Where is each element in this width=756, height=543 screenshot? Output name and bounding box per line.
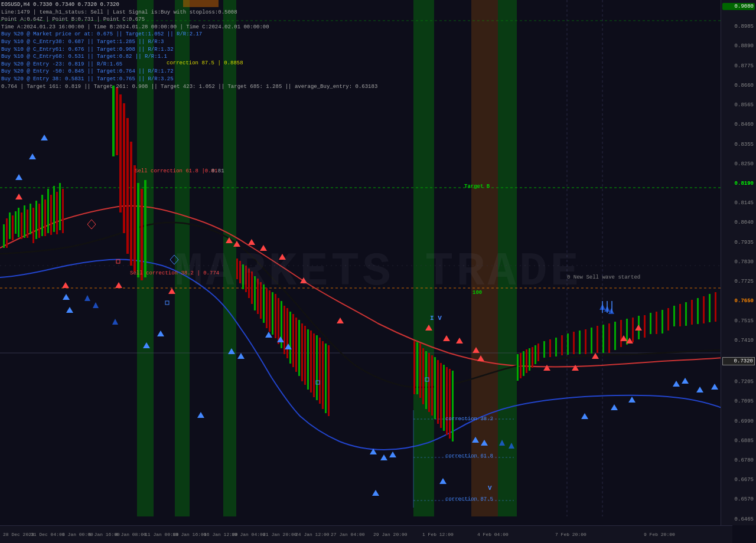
price-7830: 0.7830 bbox=[722, 259, 755, 265]
small-blue-markers bbox=[84, 295, 614, 449]
price-7935: 0.7935 bbox=[722, 240, 755, 246]
svg-marker-118 bbox=[29, 153, 36, 159]
svg-rect-40 bbox=[263, 284, 265, 323]
time-label-0: 28 Dec 2023 bbox=[3, 532, 34, 537]
price-6885: 0.6885 bbox=[722, 438, 755, 444]
price-8565: 0.8565 bbox=[722, 102, 755, 108]
time-label-1: 31 Dec 04:00 bbox=[31, 532, 65, 537]
buy-c68-line: Buy %10 @ C_Entry68: 0.531 || Target:0.8… bbox=[1, 53, 377, 61]
svg-rect-35 bbox=[248, 269, 250, 298]
svg-rect-97 bbox=[614, 322, 616, 350]
svg-rect-21 bbox=[112, 86, 115, 156]
price-6990: 0.6990 bbox=[722, 418, 755, 424]
svg-rect-42 bbox=[269, 290, 271, 332]
svg-rect-47 bbox=[284, 306, 285, 354]
svg-rect-11 bbox=[35, 201, 37, 239]
svg-rect-78 bbox=[520, 353, 522, 378]
signal-line: Line:1479 | tema_h1_status: Sell | Last … bbox=[1, 9, 377, 17]
svg-rect-31 bbox=[236, 259, 238, 279]
svg-rect-13 bbox=[41, 195, 43, 236]
svg-rect-82 bbox=[532, 347, 533, 368]
svg-marker-165 bbox=[635, 325, 642, 331]
svg-rect-18 bbox=[56, 192, 58, 234]
price-8660: 0.8660 bbox=[722, 83, 755, 89]
svg-rect-61 bbox=[325, 344, 327, 413]
svg-rect-38 bbox=[257, 279, 259, 314]
label-corr875: correction 87.5 bbox=[445, 496, 493, 502]
time-axis: 28 Dec 2023 31 Dec 04:00 3 Jan 00:00 5 J… bbox=[0, 525, 732, 543]
svg-rect-75 bbox=[449, 369, 451, 439]
svg-rect-26 bbox=[130, 142, 132, 266]
svg-rect-33 bbox=[242, 264, 244, 289]
info-panel: EOSUSD,H4 0.7330 0.7340 0.7320 0.7320 Li… bbox=[1, 1, 377, 90]
candles-left bbox=[3, 183, 64, 248]
time-label-15: 7 Feb 20:00 bbox=[555, 532, 586, 537]
svg-rect-100 bbox=[632, 318, 634, 342]
svg-rect-72 bbox=[440, 363, 442, 428]
svg-rect-65 bbox=[419, 344, 421, 398]
svg-rect-91 bbox=[579, 331, 581, 354]
svg-rect-19 bbox=[59, 183, 61, 230]
svg-marker-121 bbox=[66, 307, 73, 313]
svg-marker-152 bbox=[279, 254, 286, 260]
svg-rect-52 bbox=[298, 320, 300, 376]
svg-marker-141 bbox=[682, 378, 689, 384]
svg-marker-150 bbox=[248, 239, 255, 245]
price-8355: 0.8355 bbox=[722, 142, 755, 148]
svg-rect-28 bbox=[137, 183, 139, 277]
svg-rect-7 bbox=[24, 205, 25, 238]
svg-marker-132 bbox=[380, 454, 387, 460]
svg-rect-58 bbox=[316, 335, 318, 400]
chart-title: EOSUSD,H4 0.7330 0.7340 0.7320 0.7320 bbox=[1, 1, 377, 9]
svg-marker-119 bbox=[41, 135, 48, 140]
sq-1 bbox=[116, 260, 120, 263]
svg-marker-156 bbox=[443, 335, 450, 341]
price-7515: 0.7515 bbox=[722, 318, 755, 324]
svg-rect-63 bbox=[413, 341, 415, 394]
price-8040: 0.8040 bbox=[722, 220, 755, 225]
svg-marker-154 bbox=[337, 318, 344, 323]
svg-rect-57 bbox=[313, 333, 315, 397]
buy-market-line: Buy %20 @ Market price or at: 0.675 || T… bbox=[1, 31, 377, 38]
svg-marker-134 bbox=[439, 478, 447, 484]
svg-rect-107 bbox=[673, 306, 675, 326]
svg-marker-167 bbox=[93, 302, 99, 308]
svg-marker-123 bbox=[157, 331, 164, 336]
green-zone-4 bbox=[413, 0, 434, 516]
price-6465: 0.6465 bbox=[722, 516, 755, 522]
price-7095: 0.7095 bbox=[722, 398, 755, 404]
svg-marker-147 bbox=[168, 288, 175, 294]
price-8460: 0.8460 bbox=[722, 122, 755, 127]
svg-rect-9 bbox=[30, 204, 31, 234]
svg-rect-49 bbox=[289, 312, 291, 364]
svg-rect-59 bbox=[319, 338, 321, 404]
svg-rect-36 bbox=[251, 272, 253, 304]
svg-rect-105 bbox=[662, 310, 663, 333]
time-label-6: 13 Jan 16:00 bbox=[172, 532, 207, 537]
svg-marker-117 bbox=[15, 174, 22, 180]
svg-rect-51 bbox=[295, 318, 297, 372]
label-100: 100 bbox=[472, 290, 482, 296]
svg-rect-104 bbox=[656, 312, 657, 334]
svg-rect-94 bbox=[597, 326, 598, 353]
svg-rect-112 bbox=[703, 296, 705, 323]
svg-rect-89 bbox=[567, 333, 569, 355]
svg-rect-66 bbox=[422, 348, 424, 404]
sq-2 bbox=[165, 301, 169, 305]
svg-rect-114 bbox=[715, 292, 716, 322]
svg-rect-45 bbox=[278, 298, 279, 344]
price-8985: 0.8985 bbox=[722, 24, 755, 30]
svg-rect-10 bbox=[32, 208, 34, 243]
svg-rect-76 bbox=[452, 371, 454, 441]
svg-marker-145 bbox=[62, 282, 69, 288]
svg-rect-80 bbox=[526, 349, 527, 373]
svg-marker-168 bbox=[112, 319, 118, 325]
svg-rect-53 bbox=[301, 323, 303, 381]
svg-rect-98 bbox=[620, 320, 622, 347]
svg-rect-12 bbox=[38, 204, 40, 238]
label-sell-corr382: Sell correction 38.2 | 0.774 bbox=[130, 270, 219, 276]
svg-rect-74 bbox=[446, 367, 448, 435]
svg-rect-30 bbox=[144, 180, 146, 277]
price-current: 0.7320 bbox=[722, 357, 755, 365]
svg-rect-113 bbox=[709, 294, 711, 322]
